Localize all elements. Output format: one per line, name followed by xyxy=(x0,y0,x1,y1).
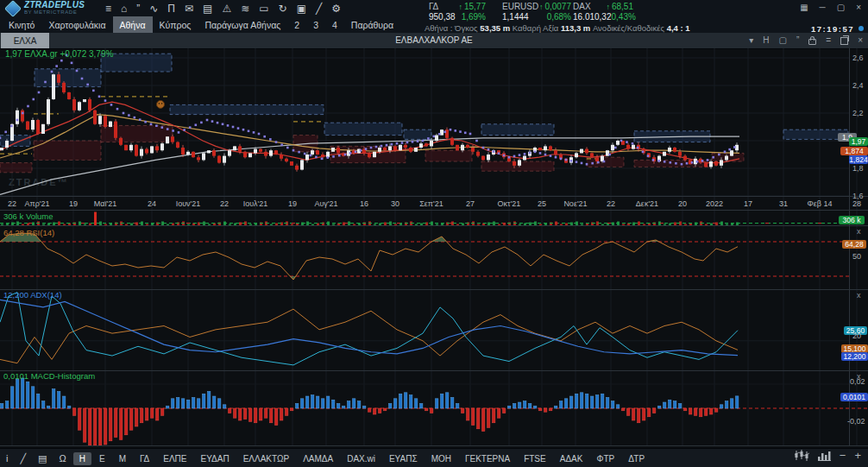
svg-text:31: 31 xyxy=(779,199,788,208)
svg-text:Φεβ 14: Φεβ 14 xyxy=(808,199,833,208)
svg-text:22: 22 xyxy=(8,199,16,208)
svg-text:22: 22 xyxy=(607,199,615,208)
svg-text:Απρ'21: Απρ'21 xyxy=(24,199,49,208)
instrument-tab-ΕΥΑΠΣ[interactable]: ΕΥΑΠΣ xyxy=(383,452,424,465)
instrument-tab-ΕΥΔΑΠ[interactable]: ΕΥΔΑΠ xyxy=(195,452,236,465)
price-chart-svg[interactable]: 22Απρ'2119Μαϊ'2124Ιουν'2122Ιουλ'2119Αυγ'… xyxy=(0,48,868,448)
bottom-bar: i╱▤ΩΗΕΜΓΔΕΛΠΕΕΥΔΑΠΕΛΛΑΚΤΩΡΛΑΜΔΑDAX.wiΕΥΑ… xyxy=(0,448,868,467)
mail-icon[interactable]: ✉ xyxy=(185,3,193,14)
keyboard-button[interactable]: ▦ xyxy=(800,3,808,12)
ticker-DAX[interactable]: DAX↑68,5116.010,320,43% xyxy=(573,2,633,22)
svg-text:Οκτ'21: Οκτ'21 xyxy=(498,199,521,208)
toolbar-icons: ≡⌂”∿Π✉▤⚠≋▭↻▣╱⚙ xyxy=(105,0,341,16)
instrument-tab-ΕΛΠΕ[interactable]: ΕΛΠΕ xyxy=(157,452,192,465)
minimize-button[interactable]: ─ xyxy=(820,3,826,12)
symbol-dropdown-button[interactable]: ▾ xyxy=(749,36,753,45)
bottom-right-controls: − + xyxy=(795,450,861,461)
tab-Χαρτοφυλάκια[interactable]: Χαρτοφυλάκια xyxy=(41,16,112,33)
svg-text:28: 28 xyxy=(852,199,861,208)
status-text: 4,4 : 1 xyxy=(667,23,690,33)
ticker-row: DAX↑68,51 xyxy=(573,2,633,12)
tab-2[interactable]: 2 xyxy=(287,16,306,33)
settings-gear-icon[interactable]: ⚙ xyxy=(331,3,341,14)
omega-button[interactable]: Ω xyxy=(53,453,72,464)
duplicate-window-button[interactable] xyxy=(840,37,848,45)
instrument-tab-ΑΔΑΚ[interactable]: ΑΔΑΚ xyxy=(554,452,589,465)
refresh-icon[interactable]: ↻ xyxy=(279,3,287,14)
window-style-button[interactable]: ▢ xyxy=(779,36,787,45)
watchlist-button[interactable]: ▤ xyxy=(32,453,53,464)
close-button[interactable]: × xyxy=(856,3,861,12)
histogram-icon[interactable] xyxy=(818,451,831,461)
ticker-ΓΔ[interactable]: ΓΔ↑15,77950,381,69% xyxy=(429,2,486,22)
timeframe-h-button[interactable]: H xyxy=(763,36,769,45)
pane-close-button[interactable]: x xyxy=(857,292,861,300)
instrument-tab-ΔΤΡ[interactable]: ΔΤΡ xyxy=(622,452,651,465)
ticker-change-value: 0,0077 xyxy=(544,2,571,11)
quote-button[interactable]: ” xyxy=(796,36,799,45)
news-document-icon[interactable]: ▤ xyxy=(203,3,212,14)
instrument-tab-ΜΟΗ[interactable]: ΜΟΗ xyxy=(425,452,457,465)
zoom-in-button[interactable]: + xyxy=(854,450,861,461)
ztradeplus-window: ZTRADEPLUS BY METRICTRADE ≡⌂”∿Π✉▤⚠≋▭↻▣╱⚙… xyxy=(0,0,868,467)
svg-text:30: 30 xyxy=(391,199,399,208)
tab-Κινητό[interactable]: Κινητό xyxy=(2,16,41,33)
tab-Παράγωγα Αθήνας[interactable]: Παράγωγα Αθήνας xyxy=(198,16,287,33)
instrument-tab-FTSE[interactable]: FTSE xyxy=(518,452,552,465)
tab-4[interactable]: 4 xyxy=(325,16,344,33)
lock-icon[interactable] xyxy=(808,39,816,45)
market-status-line: Αθήνα : Όγκος 53,35 m Καθαρή Αξία 113,3 … xyxy=(425,23,690,33)
instrument-tab-Η[interactable]: Η xyxy=(73,452,91,465)
info-button[interactable]: i xyxy=(0,453,14,464)
link-button[interactable]: = xyxy=(826,36,831,45)
menu-icon[interactable]: ≡ xyxy=(105,3,111,14)
ticker-last: 16.010,32 xyxy=(573,12,612,22)
alerts-warning-icon[interactable]: ⚠ xyxy=(222,3,231,14)
ticker-pct: 0,68% xyxy=(547,12,571,22)
market-building-icon[interactable]: ⌂ xyxy=(121,3,127,14)
tab-Κύπρος[interactable]: Κύπρος xyxy=(153,16,198,33)
tab-Παράθυρα[interactable]: Παράθυρα xyxy=(344,16,400,33)
market-tabs: ΚινητόΧαρτοφυλάκιαΑθήναΚύπροςΠαράγωγα Αθ… xyxy=(2,16,400,33)
chart-titlebar-icons: ▾H▢”=× xyxy=(749,33,863,48)
instrument-tab-Ε[interactable]: Ε xyxy=(93,452,111,465)
pane-close-button[interactable]: x xyxy=(857,228,861,236)
pane-close-button[interactable]: x xyxy=(857,373,861,381)
tab-Αθήνα[interactable]: Αθήνα xyxy=(113,16,153,33)
ticker-row: 16.010,320,43% xyxy=(573,12,633,22)
chart-symbol-tab[interactable]: ΕΛΧΑ xyxy=(1,33,49,48)
chat-bubble-icon[interactable]: ▭ xyxy=(259,3,268,14)
tab-3[interactable]: 3 xyxy=(306,16,325,33)
status-text: Αθήνα : Όγκος xyxy=(425,23,480,33)
draw-line-button[interactable]: ╱ xyxy=(14,453,32,464)
up-arrow-icon: ↑ xyxy=(539,3,544,11)
logo-main: ZTRADEPLUS xyxy=(24,1,85,9)
bank-icon[interactable]: Π xyxy=(167,3,175,14)
status-text: Καθαρή Αξία xyxy=(510,23,561,33)
instrument-tab-ΛΑΜΔΑ[interactable]: ΛΑΜΔΑ xyxy=(297,452,339,465)
ticker-change-value: 68,51 xyxy=(612,2,633,11)
feed-icon[interactable]: ≋ xyxy=(241,3,249,14)
ticker-EURUSD[interactable]: EURUSD↑0,00771,14440,68% xyxy=(502,2,571,22)
instrument-tab-ΓΔ[interactable]: ΓΔ xyxy=(134,452,155,465)
instrument-tab-ΓΕΚΤΕΡΝΑ[interactable]: ΓΕΚΤΕΡΝΑ xyxy=(459,452,516,465)
instrument-tab-ΕΛΛΑΚΤΩΡ[interactable]: ΕΛΛΑΚΤΩΡ xyxy=(237,452,295,465)
svg-text:22: 22 xyxy=(220,199,229,208)
connection-status-dot xyxy=(859,26,864,31)
edit-icon[interactable]: ╱ xyxy=(316,3,322,14)
svg-text:1,6: 1,6 xyxy=(852,192,864,200)
maximize-button[interactable]: ▢ xyxy=(837,3,845,12)
instrument-tab-ΦΤΡ[interactable]: ΦΤΡ xyxy=(590,452,620,465)
quotes-icon[interactable]: ” xyxy=(136,3,140,14)
save-icon[interactable]: ▣ xyxy=(297,3,306,14)
instrument-tab-Μ[interactable]: Μ xyxy=(113,452,132,465)
instrument-tab-DAX.wi[interactable]: DAX.wi xyxy=(341,452,381,465)
zoom-out-button[interactable]: − xyxy=(840,450,846,461)
close-chart-button[interactable]: × xyxy=(858,36,863,45)
status-parts: Αθήνα : Όγκος 53,35 m Καθαρή Αξία 113,3 … xyxy=(425,23,690,33)
svg-text:19: 19 xyxy=(69,199,78,208)
ticker-change-value: 15,77 xyxy=(464,2,486,11)
line-chart-icon[interactable]: ∿ xyxy=(149,3,158,14)
ticker-symbol: ΓΔ xyxy=(429,2,438,12)
candle-chart-icon[interactable] xyxy=(795,450,809,461)
